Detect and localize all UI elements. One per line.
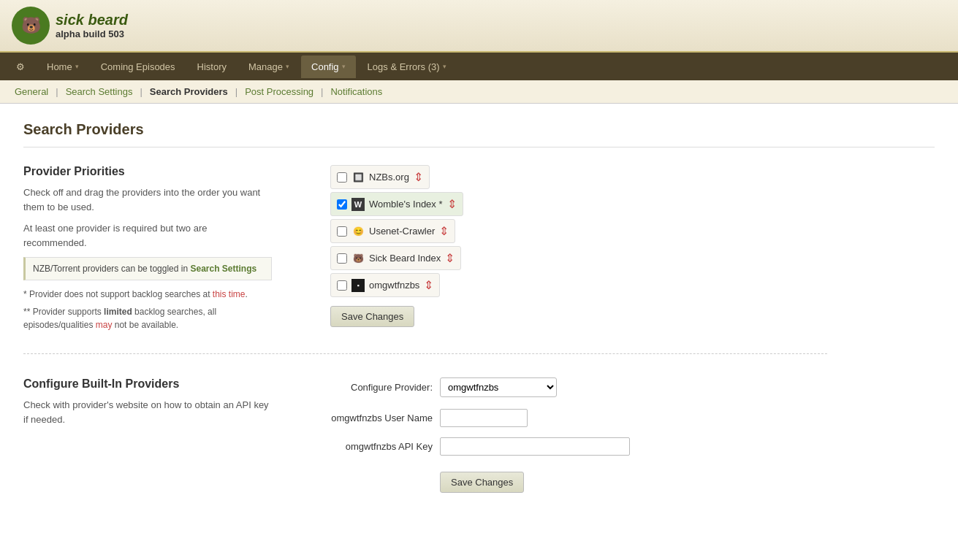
- subnav-search-providers[interactable]: Search Providers: [147, 85, 231, 99]
- subnav-sep-2: |: [135, 86, 146, 97]
- pp-desc2: At least one provider is required but tw…: [23, 221, 272, 250]
- subnav: General | Search Settings | Search Provi…: [0, 80, 958, 104]
- navbar: ⚙ Home ▾ Coming Episodes History Manage …: [0, 53, 958, 80]
- provider-checkbox-wombles[interactable]: [337, 199, 347, 210]
- main-content: Search Providers Provider Priorities Che…: [0, 104, 958, 560]
- pp-note2: ** Provider supports limited backlog sea…: [23, 305, 272, 331]
- content-area: Provider Priorities Check off and drag t…: [23, 165, 827, 503]
- app-title: sick beard alpha build 503: [56, 12, 128, 39]
- provider-icon-sickbeard: 🐻: [351, 252, 365, 265]
- pp-right: 🔲 NZBs.org ⇕ W Womble's Index * ⇕ 😊 Usen…: [330, 165, 463, 336]
- provider-name-wombles: Womble's Index *: [369, 199, 443, 210]
- provider-icon-usenet: 😊: [351, 225, 365, 238]
- provider-name-sickbeard: Sick Beard Index: [369, 253, 441, 264]
- provider-name-nzbs: NZBs.org: [369, 172, 409, 183]
- info-box-link[interactable]: Search Settings: [190, 264, 256, 274]
- build-label-val: build 503: [83, 28, 124, 39]
- user-name-row: omgwtfnzbs User Name: [316, 409, 630, 427]
- nav-history[interactable]: History: [187, 55, 237, 78]
- provider-row-nzbs[interactable]: 🔲 NZBs.org ⇕: [330, 165, 430, 189]
- save-row-bottom: Save Changes: [316, 466, 630, 493]
- provider-drag-sickbeard[interactable]: ⇕: [445, 251, 455, 265]
- provider-drag-nzbs[interactable]: ⇕: [414, 170, 423, 184]
- note2-link[interactable]: may: [96, 320, 113, 330]
- provider-row-usenet[interactable]: 😊 Usenet-Crawler ⇕: [330, 219, 455, 243]
- configure-section: Configure Built-In Providers Check with …: [23, 372, 827, 503]
- provider-checkbox-nzbs[interactable]: [337, 172, 347, 183]
- config-form: omgwtfnzbs User Name omgwtfnzbs API Key …: [316, 409, 630, 493]
- pp-heading: Provider Priorities: [23, 165, 272, 178]
- cs-left: Configure Built-In Providers Check with …: [23, 377, 272, 503]
- provider-row-omgwtf[interactable]: ▪ omgwtfnzbs ⇕: [330, 273, 440, 297]
- pp-note1: * Provider does not support backlog sear…: [23, 288, 272, 301]
- app-logo-icon: 🐻: [12, 7, 50, 45]
- subnav-sep-4: |: [316, 86, 327, 97]
- nav-home[interactable]: Home ▾: [37, 55, 89, 78]
- subnav-search-settings[interactable]: Search Settings: [63, 85, 136, 99]
- provider-row-sickbeard[interactable]: 🐻 Sick Beard Index ⇕: [330, 246, 461, 270]
- provider-drag-omgwtf[interactable]: ⇕: [424, 278, 433, 292]
- provider-icon-wombles: W: [351, 198, 365, 211]
- cs-heading: Configure Built-In Providers: [23, 377, 272, 391]
- page-title: Search Providers: [23, 121, 935, 147]
- configure-provider-row: Configure Provider: omgwtfnzbs NZBs.org …: [316, 377, 630, 397]
- nav-coming-episodes[interactable]: Coming Episodes: [91, 55, 186, 78]
- user-name-label: omgwtfnzbs User Name: [316, 413, 433, 423]
- provider-checkbox-sickbeard[interactable]: [337, 253, 347, 264]
- cs-desc: Check with provider's website on how to …: [23, 398, 272, 426]
- build-prefix: alpha: [56, 28, 80, 39]
- provider-drag-usenet[interactable]: ⇕: [439, 224, 449, 238]
- provider-checkbox-omgwtf[interactable]: [337, 280, 347, 291]
- subnav-post-processing[interactable]: Post Processing: [242, 85, 316, 99]
- subnav-notifications[interactable]: Notifications: [327, 85, 385, 99]
- provider-drag-wombles[interactable]: ⇕: [447, 197, 457, 211]
- provider-name-usenet: Usenet-Crawler: [369, 226, 435, 237]
- cs-right: Configure Provider: omgwtfnzbs NZBs.org …: [316, 377, 630, 503]
- provider-icon-nzbs: 🔲: [351, 171, 365, 184]
- provider-priorities-section: Provider Priorities Check off and drag t…: [23, 165, 827, 354]
- save-changes-button-bottom[interactable]: Save Changes: [440, 472, 524, 493]
- provider-row-wombles[interactable]: W Womble's Index * ⇕: [330, 192, 463, 216]
- pp-left: Provider Priorities Check off and drag t…: [23, 165, 272, 336]
- pp-info-box: NZB/Torrent providers can be toggled in …: [23, 257, 272, 280]
- api-key-input[interactable]: [440, 437, 630, 456]
- note1-link[interactable]: this time: [213, 289, 246, 299]
- logo-area: 🐻 sick beard alpha build 503: [12, 7, 128, 45]
- save-changes-button-top[interactable]: Save Changes: [330, 306, 414, 327]
- provider-checkbox-usenet[interactable]: [337, 226, 347, 237]
- pp-desc1: Check off and drag the providers into th…: [23, 185, 272, 214]
- brand-name: sick beard: [56, 12, 128, 28]
- configure-provider-label: Configure Provider:: [316, 382, 433, 393]
- provider-name-omgwtf: omgwtfnzbs: [369, 280, 419, 291]
- app-header: 🐻 sick beard alpha build 503: [0, 0, 958, 53]
- api-key-label: omgwtfnzbs API Key: [316, 441, 433, 452]
- api-key-row: omgwtfnzbs API Key: [316, 437, 630, 456]
- configure-provider-select[interactable]: omgwtfnzbs NZBs.org Usenet-Crawler Sick …: [440, 377, 557, 397]
- subnav-sep-1: |: [51, 86, 62, 97]
- build-info: alpha build 503: [56, 28, 128, 39]
- nav-logs[interactable]: Logs & Errors (3) ▾: [357, 55, 457, 78]
- subnav-general[interactable]: General: [12, 85, 51, 99]
- subnav-sep-3: |: [231, 86, 242, 97]
- nav-tools[interactable]: ⚙: [6, 55, 35, 78]
- nav-manage[interactable]: Manage ▾: [238, 55, 300, 78]
- nav-config[interactable]: Config ▾: [301, 55, 356, 78]
- provider-icon-omgwtf: ▪: [351, 279, 365, 292]
- user-name-input[interactable]: [440, 409, 528, 427]
